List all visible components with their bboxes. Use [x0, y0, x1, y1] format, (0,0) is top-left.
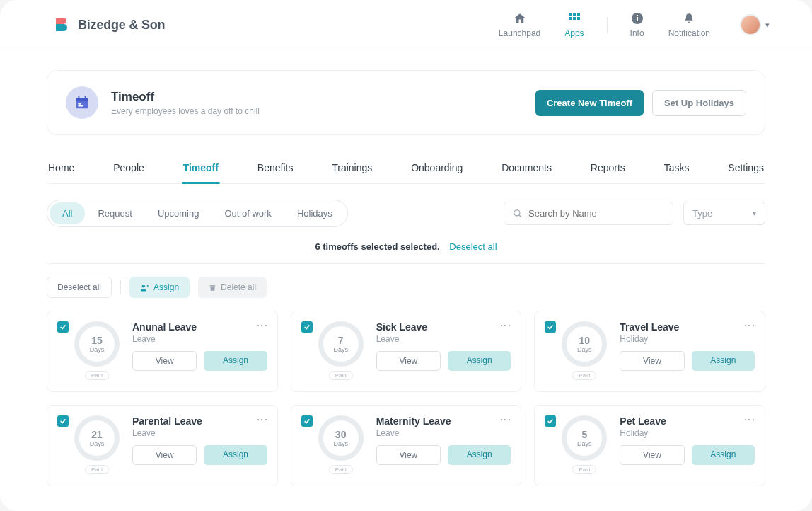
view-button[interactable]: View — [376, 445, 441, 465]
card-title: Pet Leave — [620, 415, 755, 427]
days-label: Days — [333, 346, 348, 353]
days-count: 7 — [338, 335, 344, 345]
more-icon[interactable]: ⋮ — [499, 320, 512, 332]
topnav-notification[interactable]: Notification — [668, 11, 710, 38]
paid-chip: Paid — [329, 371, 353, 380]
home-icon — [513, 11, 527, 25]
view-button[interactable]: View — [132, 445, 197, 465]
svg-line-16 — [519, 214, 522, 217]
tab-home[interactable]: Home — [47, 155, 76, 183]
card-checkbox[interactable] — [301, 415, 313, 427]
svg-rect-13 — [79, 103, 81, 105]
card-assign-button[interactable]: Assign — [204, 445, 267, 465]
card-checkbox[interactable] — [57, 321, 69, 333]
filter-holidays[interactable]: Holidays — [284, 202, 345, 224]
brand-logo-icon — [54, 17, 68, 33]
tab-timeoff[interactable]: Timeoff — [182, 155, 220, 183]
deselect-all-button[interactable]: Deselect all — [47, 277, 112, 298]
svg-rect-4 — [573, 17, 576, 20]
user-menu[interactable]: ▾ — [740, 14, 770, 35]
svg-point-15 — [514, 209, 520, 215]
topnav-info-label: Info — [630, 28, 644, 38]
filter-upcoming[interactable]: Upcoming — [145, 202, 212, 224]
topnav-launchpad[interactable]: Launchpad — [499, 11, 540, 38]
type-select[interactable]: Type ▾ — [683, 202, 765, 225]
assign-button-label: Assign — [153, 282, 179, 292]
topnav-launchpad-label: Launchpad — [499, 28, 540, 38]
tab-documents[interactable]: Documents — [500, 155, 553, 183]
topnav-info[interactable]: Info — [630, 11, 644, 38]
days-ring: 30 Days Paid — [315, 415, 366, 474]
svg-point-17 — [142, 285, 145, 287]
setup-holidays-button[interactable]: Set Up Holidays — [652, 90, 746, 116]
days-label: Days — [90, 440, 105, 447]
tab-people[interactable]: People — [112, 155, 146, 183]
more-icon[interactable]: ⋮ — [743, 414, 756, 426]
tab-trainings[interactable]: Trainings — [330, 155, 373, 183]
tab-reports[interactable]: Reports — [589, 155, 627, 183]
filter-all[interactable]: All — [50, 202, 85, 224]
card-subtitle: Leave — [376, 428, 511, 438]
topnav-apps[interactable]: Apps — [564, 11, 584, 38]
svg-rect-10 — [76, 98, 88, 102]
tab-settings[interactable]: Settings — [726, 155, 765, 183]
days-label: Days — [577, 346, 592, 353]
search-input[interactable] — [528, 208, 664, 219]
card-assign-button[interactable]: Assign — [448, 351, 511, 371]
days-ring: 7 Days Paid — [315, 321, 366, 380]
card-assign-button[interactable]: Assign — [692, 351, 755, 371]
svg-rect-0 — [569, 13, 572, 16]
page-header: Timeoff Every employees loves a day off … — [47, 70, 765, 135]
apps-icon — [567, 11, 581, 25]
view-button[interactable]: View — [376, 351, 441, 371]
search-wrap[interactable] — [504, 202, 673, 225]
card-title: Sick Leave — [376, 321, 511, 333]
card-subtitle: Leave — [132, 428, 267, 438]
more-icon[interactable]: ⋮ — [255, 320, 269, 332]
card-checkbox[interactable] — [301, 321, 313, 333]
topbar: Bizedge & Son Launchpad Apps — [0, 0, 812, 50]
topnav: Launchpad Apps Info — [499, 11, 770, 38]
card-assign-button[interactable]: Assign — [448, 445, 511, 465]
paid-chip: Paid — [572, 371, 596, 380]
days-count: 21 — [91, 430, 103, 440]
days-label: Days — [333, 440, 348, 447]
card-checkbox[interactable] — [57, 415, 69, 427]
brand-name: Bizedge & Son — [78, 18, 165, 33]
create-timeoff-button[interactable]: Create New Timeoff — [535, 90, 644, 116]
topnav-apps-label: Apps — [564, 28, 584, 38]
card-subtitle: Holiday — [620, 428, 755, 438]
card-assign-button[interactable]: Assign — [692, 445, 755, 465]
assign-button[interactable]: Assign — [129, 277, 190, 298]
filter-out-of-work[interactable]: Out of work — [211, 202, 284, 224]
timeoff-card: ⋮ 5 Days Paid Pet Leave Holiday View Ass… — [534, 405, 765, 486]
view-button[interactable]: View — [620, 445, 684, 465]
delete-all-button[interactable]: Delete all — [198, 277, 267, 298]
days-label: Days — [90, 346, 105, 353]
card-title: Anunal Leave — [132, 321, 267, 333]
filter-row: All Request Upcoming Out of work Holiday… — [47, 200, 765, 227]
card-title: Maternity Leave — [376, 415, 511, 427]
filter-request[interactable]: Request — [85, 202, 144, 224]
tab-benefits[interactable]: Benefits — [256, 155, 295, 183]
card-assign-button[interactable]: Assign — [204, 351, 267, 371]
card-checkbox[interactable] — [545, 321, 556, 333]
topnav-divider — [607, 17, 608, 33]
chevron-down-icon: ▾ — [765, 21, 770, 30]
action-row: Deselect all Assign Delete all — [47, 277, 765, 298]
days-ring: 10 Days Paid — [559, 321, 610, 380]
view-button[interactable]: View — [132, 351, 197, 371]
type-select-label: Type — [692, 208, 712, 219]
timeoff-cards: ⋮ 15 Days Paid Anunal Leave Leave View A… — [47, 311, 765, 507]
tab-tasks[interactable]: Tasks — [663, 155, 691, 183]
tab-onboarding[interactable]: Onboarding — [410, 155, 464, 183]
avatar — [740, 14, 761, 35]
more-icon[interactable]: ⋮ — [743, 320, 756, 332]
card-title: Parental Leave — [132, 415, 267, 427]
view-button[interactable]: View — [620, 351, 684, 371]
deselect-all-link[interactable]: Deselect all — [449, 241, 497, 252]
card-checkbox[interactable] — [545, 415, 556, 427]
paid-chip: Paid — [85, 465, 109, 474]
more-icon[interactable]: ⋮ — [255, 414, 269, 426]
more-icon[interactable]: ⋮ — [499, 414, 512, 426]
